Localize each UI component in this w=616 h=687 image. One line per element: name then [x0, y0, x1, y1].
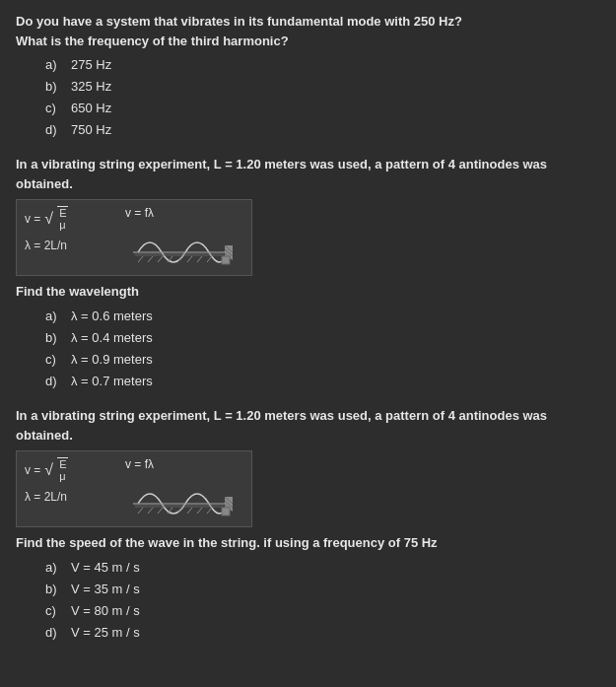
option-text: 650 Hz: [71, 98, 111, 119]
q1-line1: Do you have a system that vibrates in it…: [16, 12, 600, 32]
option-letter: b): [45, 76, 63, 98]
svg-line-27: [197, 508, 202, 514]
question-1: Do you have a system that vibrates in it…: [16, 12, 600, 141]
option-text: V = 35 m / s: [71, 579, 140, 600]
svg-rect-14: [222, 256, 230, 264]
diagram-formulas-2: v = √ Eμ λ = 2L/n: [25, 457, 68, 504]
svg-line-12: [197, 256, 202, 262]
option-text: V = 80 m / s: [71, 600, 140, 622]
option-letter: d): [45, 119, 63, 141]
svg-rect-5: [135, 251, 224, 256]
list-item: b) 325 Hz: [45, 76, 600, 98]
option-letter: c): [45, 349, 63, 371]
list-item: b) V = 35 m / s: [45, 579, 600, 600]
option-text: λ = 0.4 meters: [71, 327, 153, 349]
list-item: b) λ = 0.4 meters: [45, 327, 600, 349]
question-2: In a vibrating string experiment, L = 1.…: [16, 155, 600, 392]
list-item: a) λ = 0.6 meters: [45, 306, 600, 327]
list-item: d) λ = 0.7 meters: [45, 371, 600, 392]
list-item: d) V = 25 m / s: [45, 622, 600, 644]
svg-line-21: [138, 508, 143, 514]
svg-line-22: [148, 508, 153, 514]
option-text: 275 Hz: [71, 54, 111, 76]
svg-line-6: [138, 256, 143, 262]
formula-lambda-2: λ = 2L/n: [25, 490, 68, 504]
q2-subquestion: Find the wavelength: [16, 282, 600, 302]
q3-line1: In a vibrating string experiment, L = 1.…: [16, 406, 600, 445]
option-text: 750 Hz: [71, 119, 111, 141]
svg-line-23: [158, 508, 163, 514]
list-item: a) 275 Hz: [45, 54, 600, 76]
option-letter: a): [45, 54, 63, 76]
svg-rect-29: [222, 508, 230, 515]
wave-diagram-2: [133, 459, 241, 518]
page-content: Do you have a system that vibrates in it…: [16, 12, 600, 644]
option-letter: d): [45, 371, 63, 392]
wave-diagram: [133, 208, 241, 267]
q3-subquestion: Find the speed of the wave in the string…: [16, 533, 600, 553]
q2-text: In a vibrating string experiment, L = 1.…: [16, 155, 600, 193]
svg-line-11: [187, 256, 192, 262]
q1-line2: What is the frequency of the third harmo…: [16, 32, 600, 51]
q2-options: a) λ = 0.6 meters b) λ = 0.4 meters c) λ…: [45, 306, 600, 392]
option-letter: b): [45, 579, 63, 600]
svg-rect-20: [135, 503, 224, 508]
list-item: d) 750 Hz: [45, 119, 600, 141]
svg-line-10: [177, 256, 182, 262]
formula-v-sqrt-2: v = √ Eμ: [25, 457, 68, 482]
svg-line-13: [207, 256, 212, 262]
option-text: V = 25 m / s: [71, 622, 140, 644]
q1-text: Do you have a system that vibrates in it…: [16, 12, 600, 50]
option-text: λ = 0.7 meters: [71, 371, 153, 392]
formula-v-sqrt: v = √ Eμ: [25, 206, 68, 231]
option-letter: c): [45, 98, 63, 119]
option-text: 325 Hz: [71, 76, 111, 98]
diagram-formulas: v = √ Eμ λ = 2L/n: [25, 206, 68, 252]
option-letter: d): [45, 622, 63, 644]
formula-lambda: λ = 2L/n: [25, 239, 68, 252]
q2-diagram: v = √ Eμ λ = 2L/n v = fλ: [16, 199, 252, 276]
option-letter: a): [45, 557, 63, 579]
option-letter: b): [45, 327, 63, 349]
option-letter: a): [45, 306, 63, 327]
svg-line-28: [207, 508, 212, 514]
q3-text: In a vibrating string experiment, L = 1.…: [16, 406, 600, 445]
svg-line-7: [148, 256, 153, 262]
q3-diagram: v = √ Eμ λ = 2L/n v = fλ: [16, 450, 252, 527]
q3-options: a) V = 45 m / s b) V = 35 m / s c) V = 8…: [45, 557, 600, 644]
svg-line-8: [158, 256, 163, 262]
svg-line-25: [177, 508, 182, 514]
q2-line1: In a vibrating string experiment, L = 1.…: [16, 155, 600, 193]
list-item: a) V = 45 m / s: [45, 557, 600, 579]
option-text: λ = 0.9 meters: [71, 349, 153, 371]
question-3: In a vibrating string experiment, L = 1.…: [16, 406, 600, 644]
svg-line-26: [187, 508, 192, 514]
list-item: c) λ = 0.9 meters: [45, 349, 600, 371]
list-item: c) 650 Hz: [45, 98, 600, 119]
option-text: V = 45 m / s: [71, 557, 140, 579]
option-text: λ = 0.6 meters: [71, 306, 153, 327]
list-item: c) V = 80 m / s: [45, 600, 600, 622]
option-letter: c): [45, 600, 63, 622]
q1-options: a) 275 Hz b) 325 Hz c) 650 Hz d) 750 Hz: [45, 54, 600, 141]
